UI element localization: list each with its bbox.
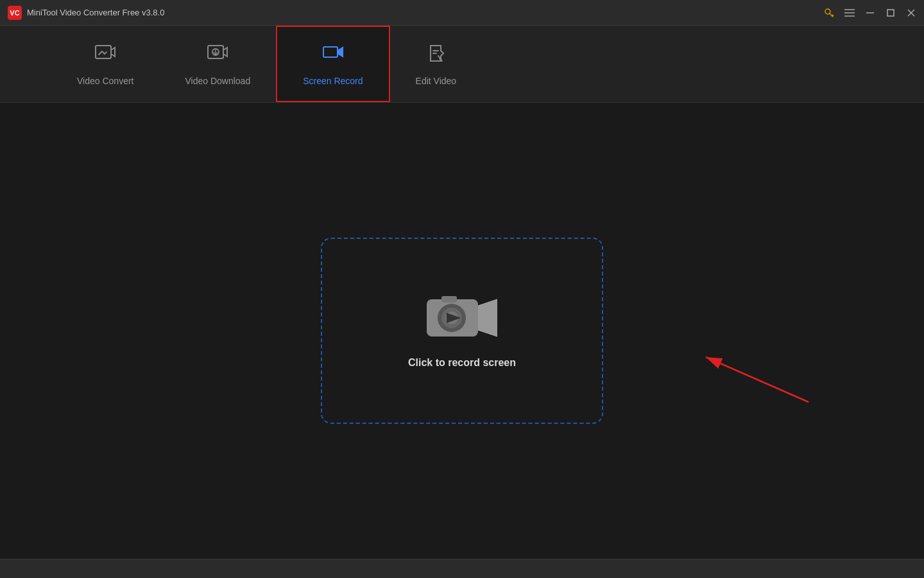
title-bar-controls [824, 8, 916, 18]
record-click-area[interactable]: Click to record screen [321, 238, 603, 424]
tab-video-download[interactable]: Video Download [159, 26, 276, 102]
tab-edit-video-label: Edit Video [416, 76, 457, 86]
svg-line-24 [706, 357, 809, 402]
close-button[interactable] [906, 8, 916, 18]
screen-record-icon [321, 42, 345, 69]
arrow-svg [687, 344, 815, 408]
tab-bar: Video Convert Video Download Screen Reco… [0, 26, 924, 103]
edit-video-icon [424, 42, 447, 69]
camera-icon [424, 293, 501, 344]
app-logo: VC [8, 6, 22, 20]
menu-icon[interactable] [844, 8, 855, 18]
tab-screen-record[interactable]: Screen Record [276, 26, 389, 102]
status-bar [0, 559, 924, 578]
key-icon[interactable] [824, 8, 834, 18]
svg-rect-18 [441, 296, 457, 302]
app-title: MiniTool Video Converter Free v3.8.0 [27, 8, 164, 17]
tab-screen-record-label: Screen Record [303, 76, 363, 86]
tab-video-download-label: Video Download [185, 76, 250, 86]
minimize-button[interactable] [865, 8, 875, 18]
arrow-indicator [687, 344, 815, 411]
main-content: Click to record screen [0, 103, 924, 559]
tab-edit-video[interactable]: Edit Video [390, 26, 483, 102]
tab-video-convert-label: Video Convert [77, 76, 133, 86]
video-convert-icon [94, 42, 117, 69]
title-bar-left: VC MiniTool Video Converter Free v3.8.0 [8, 6, 164, 20]
svg-rect-11 [323, 47, 338, 57]
record-label: Click to record screen [408, 357, 516, 369]
svg-point-12 [440, 58, 441, 60]
title-bar: VC MiniTool Video Converter Free v3.8.0 [0, 0, 924, 26]
tab-video-convert[interactable]: Video Convert [51, 26, 159, 102]
maximize-button[interactable] [886, 8, 896, 18]
video-download-icon [206, 42, 229, 69]
svg-rect-5 [887, 10, 894, 16]
